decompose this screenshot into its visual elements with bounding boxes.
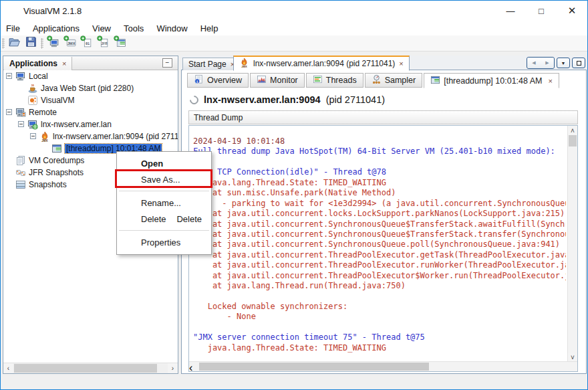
view-tab-monitor[interactable]: Monitor: [250, 73, 305, 88]
sampler-icon: [372, 74, 382, 86]
add-snapshot-icon: [114, 35, 126, 51]
scroll-left-icon[interactable]: ‹: [3, 363, 13, 373]
maximize-view-button[interactable]: [572, 58, 585, 68]
menu-tools[interactable]: Tools: [121, 22, 146, 35]
svg-text:i: i: [196, 80, 198, 84]
tree-item-label: JFR Snapshots: [29, 168, 84, 177]
tree-item-remote[interactable]: Remote: [3, 106, 178, 118]
thread-dump-text-area[interactable]: 2024-04-19 10:01:48Full thread dump Java…: [188, 125, 578, 372]
menu-file[interactable]: File: [3, 22, 23, 35]
tree-item-label: Snapshots: [29, 180, 67, 189]
application-heading: lnx-nwserv.amer.lan:9094 (pid 2711041): [190, 94, 385, 105]
load-snapshot-button[interactable]: [6, 36, 23, 51]
scrollbar-thumb[interactable]: [199, 363, 429, 371]
tree-item-label: VisualVM: [41, 96, 74, 105]
add-vm-coredump-button[interactable]: 01: [78, 36, 95, 51]
document-tab-start-page[interactable]: Start Page×: [182, 58, 241, 70]
jmx-icon: JMX: [39, 131, 50, 142]
add-application-button[interactable]: [45, 36, 61, 51]
menu-bar: FileApplicationsViewToolsWindowHelp: [1, 21, 587, 35]
dump-line: [193, 157, 566, 167]
jfr-icon: [15, 167, 26, 178]
add-jfr-snapshot-icon: JFR: [97, 35, 110, 51]
view-tab-overview[interactable]: iOverview: [187, 73, 249, 88]
scroll-left-icon[interactable]: ‹: [189, 362, 198, 372]
menu-view[interactable]: View: [90, 22, 114, 35]
menu-item-delete[interactable]: DeleteDelete: [117, 211, 211, 227]
view-tab-label: Monitor: [270, 76, 298, 85]
maximize-button[interactable]: □: [526, 1, 557, 21]
save-button[interactable]: [23, 36, 39, 51]
add-jmx-connection-button[interactable]: JMX: [61, 36, 78, 51]
java-icon: [27, 83, 38, 94]
title-bar[interactable]: VisualVM 2.1.8 —□✕: [1, 1, 587, 21]
add-snapshot-button[interactable]: [112, 36, 128, 51]
dump-line: at java.util.concurrent.SynchronousQueue…: [193, 219, 566, 229]
visualvm-logo-icon: [7, 5, 19, 17]
add-jmx-connection-icon: JMX: [63, 35, 76, 51]
dump-line: [193, 292, 566, 302]
document-tab-label: Start Page: [188, 60, 227, 69]
sidebar-horizontal-scrollbar[interactable]: ‹ ›: [3, 363, 178, 373]
menu-window[interactable]: Window: [154, 22, 190, 35]
dump-horizontal-scrollbar[interactable]: ‹ ›: [189, 361, 577, 371]
scroll-right-icon[interactable]: ›: [168, 363, 178, 373]
open-folder-icon: [8, 35, 21, 51]
tree-item-label: VM Coredumps: [29, 156, 84, 165]
scroll-up-icon[interactable]: ˄: [568, 126, 577, 135]
tab-scroll-buttons: ◀▶: [527, 57, 555, 69]
menu-help[interactable]: Help: [198, 22, 221, 35]
snapshot-icon: [15, 179, 26, 190]
close-button[interactable]: ✕: [557, 1, 587, 21]
collapse-toggle-icon[interactable]: [30, 133, 36, 139]
status-bar: [1, 374, 587, 389]
document-tab-threaddump[interactable]: JMXlnx-nwserv.amer.lan:9094 (pid 2711041…: [233, 56, 410, 71]
tree-item-lnx-nwserv-amer-lan-9094-pid-2711041[interactable]: JMXlnx-nwserv.amer.lan:9094 (pid 2711041…: [3, 130, 178, 142]
menu-separator: [117, 187, 211, 195]
dump-vertical-scrollbar[interactable]: ˄ ˅: [567, 126, 577, 362]
menu-item-properties[interactable]: Properties: [117, 234, 211, 250]
menu-applications[interactable]: Applications: [30, 22, 82, 35]
visualvm-icon: [27, 95, 38, 106]
collapse-toggle-icon[interactable]: [6, 73, 12, 79]
view-tab-label: Threads: [326, 76, 357, 85]
scroll-tabs-right-button[interactable]: ▶: [541, 58, 554, 68]
view-tab-sampler[interactable]: Sampler: [365, 73, 423, 88]
view-tab-threads[interactable]: Threads: [306, 73, 363, 88]
tab-applications[interactable]: Applications ×: [4, 57, 72, 70]
svg-text:01: 01: [86, 41, 90, 45]
tree-item-local[interactable]: Local: [3, 70, 178, 82]
visualvm-window: VisualVM 2.1.8 —□✕ FileApplicationsViewT…: [0, 0, 588, 390]
collapse-toggle-icon[interactable]: [18, 121, 24, 127]
document-tab-row: Start Page×JMXlnx-nwserv.amer.lan:9094 (…: [181, 56, 587, 70]
menu-item-rename[interactable]: Rename...: [117, 195, 211, 211]
overview-icon: i: [194, 74, 204, 86]
minimize-panel-button[interactable]: −: [162, 58, 172, 68]
view-tab-threaddump-10-01-48-am[interactable]: [threaddump] 10:01:48 AM×: [424, 73, 559, 88]
minimize-button[interactable]: —: [495, 1, 526, 21]
add-jfr-snapshot-button[interactable]: JFR: [95, 36, 112, 51]
coredump-icon: [15, 155, 26, 166]
thread-dump-text: 2024-04-19 10:01:48Full thread dump Java…: [193, 136, 566, 361]
close-icon[interactable]: ×: [399, 60, 403, 68]
tab-list-button[interactable]: ▼: [557, 58, 570, 68]
tab-nav-buttons: ◀▶▼: [527, 57, 585, 69]
view-tab-label: Overview: [207, 76, 242, 85]
scroll-down-icon[interactable]: ˅: [568, 353, 577, 362]
close-icon[interactable]: ×: [549, 77, 553, 85]
threaddump-icon: [51, 143, 62, 154]
scrollbar-thumb[interactable]: [569, 135, 577, 147]
scroll-tabs-left-button[interactable]: ◀: [527, 58, 541, 68]
collapse-toggle-icon[interactable]: [6, 109, 12, 115]
scrollbar-thumb[interactable]: [14, 364, 157, 373]
dump-line: Locked ownable synchronizers:: [193, 302, 566, 312]
tree-item-visualvm[interactable]: VisualVM: [3, 94, 178, 106]
tree-item-lnx-nwserv-amer-lan[interactable]: lnx-nwserv.amer.lan: [3, 118, 178, 130]
tree-item-java-web-start-pid-2280[interactable]: Java Web Start (pid 2280): [3, 82, 178, 94]
close-icon[interactable]: ×: [62, 60, 66, 68]
threaddump-view: iOverviewMonitorThreadsSampler[threaddum…: [181, 70, 587, 374]
svg-text:JMX: JMX: [41, 139, 47, 142]
tree-item-label: lnx-nwserv.amer.lan:9094 (pid 2711041): [53, 132, 178, 141]
remote-host-icon: [27, 119, 38, 130]
dump-line: at sun.misc.Unsafe.park(Native Method): [193, 188, 566, 198]
